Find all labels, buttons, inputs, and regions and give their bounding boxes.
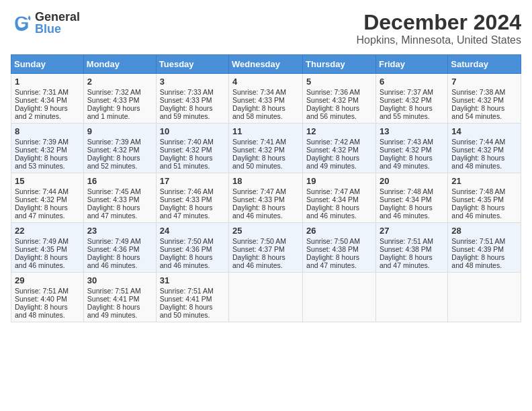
day-num-2: 2	[87, 77, 152, 87]
daylight-label-9: Daylight: 8 hours and 52 minutes.	[87, 154, 140, 170]
sunset-9: Sunset: 4:32 PM	[87, 146, 140, 154]
sunrise-12: Sunrise: 7:42 AM	[306, 138, 360, 146]
day-cell-26: 26 Sunrise: 7:50 AM Sunset: 4:38 PM Dayl…	[303, 223, 376, 273]
day-cell-3: 3 Sunrise: 7:33 AM Sunset: 4:33 PM Dayli…	[156, 74, 228, 124]
day-num-15: 15	[15, 176, 80, 186]
day-num-4: 4	[232, 77, 299, 87]
daylight-label-1: Daylight: 9 hours and 2 minutes.	[15, 104, 68, 120]
empty-cell	[303, 273, 376, 322]
col-tuesday: Tuesday	[156, 55, 228, 74]
day-num-25: 25	[232, 226, 299, 236]
logo-icon	[11, 12, 32, 34]
calendar-body: 1 Sunrise: 7:31 AM Sunset: 4:34 PM Dayli…	[11, 74, 521, 322]
day-num-5: 5	[306, 77, 372, 87]
week-row-4: 22 Sunrise: 7:49 AM Sunset: 4:35 PM Dayl…	[11, 223, 521, 273]
sunrise-29: Sunrise: 7:51 AM	[15, 287, 69, 295]
sunset-14: Sunset: 4:32 PM	[451, 146, 504, 154]
daylight-label-25: Daylight: 8 hours and 46 minutes.	[232, 253, 285, 269]
week-row-3: 15 Sunrise: 7:44 AM Sunset: 4:32 PM Dayl…	[11, 173, 521, 223]
sunset-2: Sunset: 4:33 PM	[87, 96, 140, 104]
sunrise-9: Sunrise: 7:39 AM	[87, 138, 141, 146]
day-num-30: 30	[87, 275, 152, 285]
sunset-7: Sunset: 4:32 PM	[451, 96, 504, 104]
day-num-27: 27	[380, 226, 444, 236]
col-saturday: Saturday	[448, 55, 521, 74]
day-num-28: 28	[451, 226, 517, 236]
daylight-label-7: Daylight: 8 hours and 54 minutes.	[451, 104, 504, 120]
sunrise-3: Sunrise: 7:33 AM	[160, 88, 214, 96]
week-row-1: 1 Sunrise: 7:31 AM Sunset: 4:34 PM Dayli…	[11, 74, 521, 124]
day-cell-14: 14 Sunrise: 7:44 AM Sunset: 4:32 PM Dayl…	[448, 124, 521, 173]
day-cell-17: 17 Sunrise: 7:46 AM Sunset: 4:33 PM Dayl…	[156, 173, 228, 223]
day-cell-21: 21 Sunrise: 7:48 AM Sunset: 4:35 PM Dayl…	[448, 173, 521, 223]
sunset-31: Sunset: 4:41 PM	[160, 295, 212, 303]
day-num-17: 17	[160, 176, 225, 186]
daylight-label-3: Daylight: 8 hours and 59 minutes.	[160, 104, 213, 120]
day-cell-22: 22 Sunrise: 7:49 AM Sunset: 4:35 PM Dayl…	[11, 223, 84, 273]
daylight-label-18: Daylight: 8 hours and 46 minutes.	[232, 203, 285, 220]
header: General Blue December 2024 Hopkins, Minn…	[11, 11, 521, 46]
day-cell-12: 12 Sunrise: 7:42 AM Sunset: 4:32 PM Dayl…	[303, 124, 376, 173]
sunrise-8: Sunrise: 7:39 AM	[15, 138, 69, 146]
col-thursday: Thursday	[303, 55, 376, 74]
day-num-6: 6	[380, 77, 444, 87]
daylight-label-12: Daylight: 8 hours and 49 minutes.	[306, 154, 359, 170]
logo: General Blue	[11, 11, 80, 35]
day-num-31: 31	[160, 275, 225, 285]
day-num-20: 20	[380, 176, 444, 186]
sunrise-6: Sunrise: 7:37 AM	[380, 88, 433, 96]
sunset-15: Sunset: 4:32 PM	[15, 195, 67, 203]
day-num-19: 19	[306, 176, 372, 186]
sunrise-10: Sunrise: 7:40 AM	[160, 138, 214, 146]
sunrise-30: Sunrise: 7:51 AM	[87, 287, 141, 295]
day-num-1: 1	[15, 77, 80, 87]
daylight-label-30: Daylight: 8 hours and 49 minutes.	[87, 303, 140, 319]
sunrise-11: Sunrise: 7:41 AM	[232, 138, 286, 146]
daylight-label-13: Daylight: 8 hours and 49 minutes.	[380, 154, 433, 170]
sunrise-23: Sunrise: 7:49 AM	[87, 237, 141, 245]
day-cell-4: 4 Sunrise: 7:34 AM Sunset: 4:33 PM Dayli…	[229, 74, 303, 124]
day-cell-1: 1 Sunrise: 7:31 AM Sunset: 4:34 PM Dayli…	[11, 74, 84, 124]
day-num-26: 26	[306, 226, 372, 236]
sunset-10: Sunset: 4:32 PM	[160, 146, 212, 154]
daylight-label-27: Daylight: 8 hours and 47 minutes.	[380, 253, 433, 269]
day-cell-11: 11 Sunrise: 7:41 AM Sunset: 4:32 PM Dayl…	[229, 124, 303, 173]
col-sunday: Sunday	[11, 55, 84, 74]
sunset-3: Sunset: 4:33 PM	[160, 96, 212, 104]
day-num-23: 23	[87, 226, 152, 236]
sunset-8: Sunset: 4:32 PM	[15, 146, 67, 154]
sunset-17: Sunset: 4:33 PM	[160, 195, 212, 203]
sunset-4: Sunset: 4:33 PM	[232, 96, 285, 104]
day-num-12: 12	[306, 126, 372, 136]
logo-line1: General	[35, 11, 80, 23]
day-cell-18: 18 Sunrise: 7:47 AM Sunset: 4:33 PM Dayl…	[229, 173, 303, 223]
sunset-20: Sunset: 4:34 PM	[380, 195, 432, 203]
week-row-5: 29 Sunrise: 7:51 AM Sunset: 4:40 PM Dayl…	[11, 273, 521, 322]
sunset-5: Sunset: 4:32 PM	[306, 96, 359, 104]
sunset-12: Sunset: 4:32 PM	[306, 146, 359, 154]
daylight-label-23: Daylight: 8 hours and 46 minutes.	[87, 253, 140, 269]
page-title: December 2024	[357, 11, 521, 34]
sunrise-18: Sunrise: 7:47 AM	[232, 187, 286, 195]
sunset-26: Sunset: 4:38 PM	[306, 245, 359, 253]
daylight-label-10: Daylight: 8 hours and 51 minutes.	[160, 154, 213, 170]
daylight-label-15: Daylight: 8 hours and 47 minutes.	[15, 203, 68, 220]
day-cell-29: 29 Sunrise: 7:51 AM Sunset: 4:40 PM Dayl…	[11, 273, 84, 322]
daylight-label-6: Daylight: 8 hours and 55 minutes.	[380, 104, 433, 120]
day-cell-16: 16 Sunrise: 7:45 AM Sunset: 4:33 PM Dayl…	[83, 173, 156, 223]
daylight-label-20: Daylight: 8 hours and 46 minutes.	[380, 203, 433, 220]
daylight-label-21: Daylight: 8 hours and 46 minutes.	[451, 203, 504, 220]
day-cell-28: 28 Sunrise: 7:51 AM Sunset: 4:39 PM Dayl…	[448, 223, 521, 273]
day-num-29: 29	[15, 275, 80, 285]
day-cell-20: 20 Sunrise: 7:48 AM Sunset: 4:34 PM Dayl…	[375, 173, 447, 223]
day-num-24: 24	[160, 226, 225, 236]
sunrise-15: Sunrise: 7:44 AM	[15, 187, 69, 195]
sunset-22: Sunset: 4:35 PM	[15, 245, 67, 253]
day-cell-23: 23 Sunrise: 7:49 AM Sunset: 4:36 PM Dayl…	[83, 223, 156, 273]
logo-line2: Blue	[35, 23, 80, 35]
daylight-label-24: Daylight: 8 hours and 46 minutes.	[160, 253, 213, 269]
sunrise-1: Sunrise: 7:31 AM	[15, 88, 69, 96]
logo-text: General Blue	[35, 11, 80, 35]
daylight-label-22: Daylight: 8 hours and 46 minutes.	[15, 253, 68, 269]
day-cell-2: 2 Sunrise: 7:32 AM Sunset: 4:33 PM Dayli…	[83, 74, 156, 124]
